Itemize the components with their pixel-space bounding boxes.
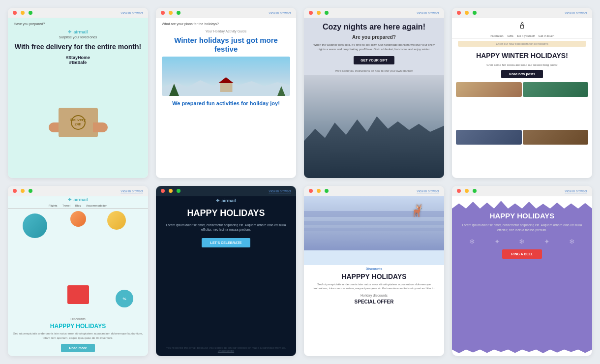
plane-icon: ✈ <box>68 30 72 34</box>
dot-yellow-5[interactable] <box>21 189 25 193</box>
plane-icon-6: ✈ <box>216 198 220 203</box>
dot-red-4[interactable] <box>457 11 461 15</box>
dot-red-8[interactable] <box>457 189 461 193</box>
dot-red-3[interactable] <box>309 11 313 15</box>
dot-green-1[interactable] <box>29 11 32 15</box>
gift-box <box>67 285 89 304</box>
dot-yellow-3[interactable] <box>317 11 321 15</box>
nav-contact[interactable]: Get in touch <box>539 34 554 37</box>
plane-icon-5: ✈ <box>68 197 72 202</box>
dot-red-2[interactable] <box>161 11 165 15</box>
card-free-delivery: View in browser Have you prepared? ✈ air… <box>8 8 148 178</box>
dot-yellow-7[interactable] <box>317 189 321 193</box>
card6-body: Lorem ipsum dolor sit amet, consectetur … <box>156 222 296 236</box>
card4-cta[interactable]: Read new posts <box>501 70 543 78</box>
browser-bar-2: View in browser <box>156 8 296 18</box>
card4-image-grid <box>452 80 592 178</box>
forest-silhouette <box>304 117 444 178</box>
dot-red-1[interactable] <box>13 11 17 15</box>
card7-holiday-discounts: Holiday discounts <box>304 293 444 298</box>
dot-red-7[interactable] <box>309 189 313 193</box>
dot-red-5[interactable] <box>13 189 17 193</box>
cloud-3 <box>304 228 444 231</box>
card5-cta[interactable]: Read more <box>61 344 94 352</box>
card8-snow-top <box>452 196 592 209</box>
nav-accommodation[interactable]: Accommodation <box>86 204 107 207</box>
nav-gifts[interactable]: Gifts <box>507 34 513 37</box>
view-in-browser-5[interactable]: View in browser <box>120 189 143 193</box>
card3-subheadline: Are you prepared? <box>304 33 444 42</box>
card7-sky-scene: 🦌 <box>304 196 444 250</box>
dot-red-6[interactable] <box>161 189 165 193</box>
view-in-browser-7[interactable]: View in browser <box>417 189 439 193</box>
view-in-browser-1[interactable]: View in browser <box>120 11 143 15</box>
nav-flights[interactable]: Flights <box>49 204 58 207</box>
card2-snow-scene <box>162 57 290 96</box>
card8-content: HAPPY HOLIDAYS Lorem ipsum dolor sit ame… <box>452 196 592 356</box>
ornament-orange <box>70 211 86 227</box>
snow-house <box>220 82 232 92</box>
card1-content: Have you prepared? ✈ airmail Surprise yo… <box>8 18 148 178</box>
card4-img-3 <box>456 130 522 145</box>
card2-header: What are your plans for the holidays? <box>156 18 296 28</box>
delivery-box: Delivery24h <box>59 108 98 137</box>
browser-bar-1: View in browser <box>8 8 148 18</box>
dot-green-4[interactable] <box>473 11 477 15</box>
card8-body: Lorem ipsum dolor sit amet, consectetur … <box>452 222 592 236</box>
nav-travel[interactable]: Travel <box>62 204 70 207</box>
dot-green-5[interactable] <box>29 189 32 193</box>
card4-body: Grab some hot cocoa and read our newest … <box>452 62 592 68</box>
card3-small: We'll send you instructions on how to kn… <box>304 68 444 73</box>
browser-bar-3: View in browser <box>304 8 444 18</box>
view-in-browser-8[interactable]: View in browser <box>565 189 587 193</box>
browser-bar-6: View in browser <box>156 186 296 196</box>
dot-green-7[interactable] <box>325 189 329 193</box>
card4-nav: Inspiration Gifts Do it yourself Get in … <box>452 33 592 39</box>
nav-inspiration[interactable]: Inspiration <box>490 34 504 37</box>
star-1: ✦ <box>494 238 500 245</box>
dot-yellow-6[interactable] <box>169 189 173 193</box>
card6-content: ✈ airmail HAPPY HOLIDAYS Lorem ipsum dol… <box>156 196 296 356</box>
card6-cta[interactable]: LET'S CELEBRATE <box>202 238 251 247</box>
snowflake-2: ❄ <box>519 238 525 245</box>
card2-content: What are your plans for the holidays? Yo… <box>156 18 296 178</box>
card6-unsubscribe[interactable]: Unsubscribe <box>164 349 288 352</box>
dot-green-2[interactable] <box>177 11 180 15</box>
card-winter-holidays: View in browser What are your plans for … <box>156 8 296 178</box>
dot-yellow-8[interactable] <box>465 189 469 193</box>
view-in-browser-6[interactable]: View in browser <box>269 189 291 193</box>
view-in-browser-2[interactable]: View in browser <box>269 11 291 15</box>
card8-snow-bottom <box>452 341 592 356</box>
card1-logo: ✈ airmail <box>8 28 148 35</box>
browser-bar-5: View in browser <box>8 186 148 196</box>
dot-green-3[interactable] <box>325 11 329 15</box>
card2-subheadline: We prepared fun activities for holiday j… <box>156 96 296 109</box>
card-santa-sleigh: View in browser 🦌 Discounts HAPPPY HOLID… <box>304 186 444 356</box>
card5-illustration: % <box>8 209 148 316</box>
nav-blog[interactable]: Blog <box>75 204 81 207</box>
star-2: ✦ <box>544 238 550 245</box>
card5-body: Sed ut perspiciatis unde omnis iste natu… <box>8 332 148 342</box>
dot-green-6[interactable] <box>177 189 180 193</box>
tree-1 <box>169 84 179 96</box>
dot-green-8[interactable] <box>473 189 477 193</box>
view-in-browser-3[interactable]: View in browser <box>417 11 439 15</box>
card5-logo: ✈ airmail <box>8 196 148 203</box>
card4-headline: HAPPY WINTER HOLIDAYS! <box>452 49 592 62</box>
hand-right <box>93 122 108 132</box>
card3-cta[interactable]: GET YOUR GIFT <box>354 56 394 64</box>
card-happy-holidays-purple: View in browser HAPPY HOLIDAYS Lorem ips… <box>452 186 592 356</box>
dot-yellow-1[interactable] <box>21 11 25 15</box>
dot-yellow-4[interactable] <box>465 11 469 15</box>
card8-cta[interactable]: RING A BELL <box>502 249 541 259</box>
card8-spacer <box>452 261 592 342</box>
snowflake-3: ❄ <box>569 238 575 245</box>
nav-diy[interactable]: Do it yourself <box>517 34 535 37</box>
card5-headline: HAPPPY HOLIDAYS <box>8 322 148 332</box>
dot-yellow-2[interactable] <box>169 11 173 15</box>
card7-headline: HAPPPY HOLIDAYS <box>304 272 444 282</box>
card6-headline: HAPPY HOLIDAYS <box>156 204 296 222</box>
view-in-browser-4[interactable]: View in browser <box>565 11 587 15</box>
card3-body: When the weather gets cold, it's time to… <box>304 42 444 52</box>
card8-snowflakes: ❄ ✦ ❄ ✦ ❄ <box>452 236 592 247</box>
